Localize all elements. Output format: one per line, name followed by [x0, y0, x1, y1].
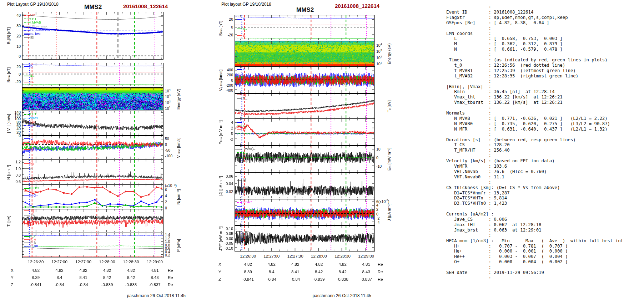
middle-footer-credit: paschmann 26-Oct-2018 11:45 [300, 293, 371, 298]
panel-bl-babs-ytick: 0 [5, 54, 21, 59]
ephemeris-unit: Re [378, 262, 383, 266]
legend-line-sample [24, 15, 30, 16]
panel-hpca-density-canvas [22, 185, 163, 208]
ephemeris-value: -0.841 [22, 283, 49, 287]
legend-label: t maxJ [243, 200, 252, 204]
info-line: VHT.Nmvab0 : 11.1 [446, 174, 504, 179]
panel-vi-mag [22, 111, 163, 136]
panel-density-canvas [22, 160, 163, 184]
panel-density-ytick: 1.2 [5, 160, 21, 164]
ephemeris-value: -0.839 [305, 277, 332, 281]
panel-e-lmn [235, 119, 375, 146]
panel-density-ylabel: N [cm⁻³] [6, 165, 11, 179]
legend-label: Vₗ [30, 137, 33, 141]
ephemeris-value: 4.81 [353, 262, 380, 266]
panel-jmag [235, 172, 375, 199]
panel-vi-mag-legend-item: t HT [24, 112, 36, 116]
panel-j-lmn-ylabel-right: J [µA m⁻²] [387, 203, 392, 221]
panel-vi-lmn-ylabel-right: Vᵢ ₗₘₙ [km/s] [176, 137, 181, 158]
ephemeris-value: 8.43 [141, 275, 168, 280]
legend-label: T∥ [30, 209, 34, 213]
panel-pressure-legend-item: P_tot [24, 244, 38, 248]
info-line: Bmin : 36.45 [nT] at 12:28:14 [446, 89, 555, 94]
time-tick-label: 12:29:00 [353, 254, 380, 258]
panel-vi-mag-ylabel: | Vᵢ | [km/s] [6, 114, 11, 133]
ephemeris-value: -0.84 [282, 277, 309, 281]
legend-line-sample [24, 30, 30, 31]
panel-hpca-density-scale-note: (x10⁻³) [165, 183, 177, 188]
time-tick-label: 12:26:30 [235, 254, 262, 258]
panel-ion-spectrogram [22, 87, 163, 111]
ephemeris-value: -0.838 [117, 283, 145, 287]
panel-bl-babs-canvas [22, 12, 163, 59]
ephemeris-unit: Re [168, 283, 173, 287]
panel-pressure [22, 233, 163, 258]
panel-vi-lmn [22, 136, 163, 160]
ephemeris-row-label: X [11, 268, 14, 273]
panel-jmag-legend-item: |J| [237, 178, 246, 182]
info-line: D2=TCS*VHTn : 9,814 [446, 195, 507, 200]
panel-hpca-density-ylabel-right: Nᵢ [cm⁻³] [176, 189, 181, 205]
legend-label: Bₙ [243, 34, 246, 37]
panel-ti-ylabel: Tᵢ [eV] [6, 215, 11, 227]
ephemeris-value: 8.39 [235, 270, 262, 274]
legend-line-sample [24, 236, 30, 237]
info-line: N MFR : [ 0.631, -0.640, 0.437 ] (L2/L1 … [446, 127, 608, 132]
legend-label: Bₗ [243, 17, 246, 21]
ephemeris-row-label: Z [11, 283, 13, 287]
ephemeris-value: -0.841 [235, 277, 262, 281]
legend-line-sample [237, 98, 242, 99]
info-line: H+ : 0.707 - 0.781 ( 0.707 ) [446, 244, 568, 249]
legend-line-sample [237, 69, 242, 70]
legend-label: Vₘ [30, 142, 35, 146]
info-line: Durations [s] : (between red, resp green… [446, 137, 576, 142]
panel-blmn-legend-item: Bₗ [237, 17, 246, 21]
info-line: : [446, 206, 491, 211]
panel-vi-mag-canvas [22, 111, 163, 135]
info-line: : [446, 180, 491, 185]
ephemeris-value: 8.42 [117, 275, 145, 280]
legend-label: t MVAB [30, 21, 41, 24]
ephemeris-value: -0.84 [46, 283, 73, 287]
time-tick-label: 12:28:30 [117, 260, 145, 264]
ephemeris-row-label: Y [11, 275, 14, 280]
legend-line-sample [24, 168, 30, 169]
panel-blmn-legend-item: Bₙ [237, 34, 246, 37]
ephemeris-row-label: Z [218, 277, 221, 281]
left-figure-title: MMS2 [84, 4, 102, 11]
info-line: : [446, 132, 491, 137]
legend-line-sample [237, 232, 242, 232]
legend-line-sample [237, 35, 242, 36]
left-footer-credit: paschmann 26-Oct-2018 11:45 [114, 293, 186, 298]
info-line: He++ : 0.003 - 0.007 ( 0.004 ) [446, 254, 568, 259]
legend-line-sample [24, 215, 30, 215]
panel-bl-babs-ytick: 40 [5, 13, 21, 17]
panel-bl-babs [22, 12, 163, 60]
ephemeris-value: 8.41 [70, 275, 97, 280]
panel-hpca-density-legend-item: N He+ [24, 186, 40, 190]
ephemeris-value: 8.4 [46, 275, 73, 280]
legend-label: J'*E' [243, 230, 249, 234]
panel-jdote-legend-item: J'*E' [237, 230, 249, 234]
ephemeris-value: 8.43 [353, 270, 380, 274]
panel-vi-lmn-canvas [22, 136, 163, 159]
time-tick-label: 12:29:00 [141, 260, 168, 264]
ephemeris-value: 8.42 [94, 275, 121, 280]
legend-line-sample [24, 125, 30, 126]
panel-electron-spectrogram-ylabel-right: Energy (eV) [387, 44, 391, 65]
panel-e-lmn-legend-item: Eₙ [237, 128, 246, 131]
panel-e-lmn-canvas [235, 119, 374, 145]
panel-j-lmn-legend-item: t maxJ [237, 200, 252, 204]
legend-line-sample [237, 206, 242, 207]
panel-vi-lmn-legend-item: Vₙ [24, 147, 34, 151]
panel-hpca-density-legend-item: N O+ [24, 194, 38, 197]
legend-line-sample [237, 149, 242, 149]
legend-label: N O+ [30, 194, 38, 197]
panel-jmag-canvas [235, 173, 374, 198]
legend-label: P_tot [30, 244, 38, 248]
legend-label: Bₗ [30, 65, 33, 68]
info-line: t_MVAB1 : 12:25:39 (leftmost green line) [446, 68, 576, 73]
panel-e-lmn-legend-item: Eₗ [237, 120, 246, 124]
legend-label: t cs [30, 13, 35, 17]
page: Plot Layout GP 19/10/2018 MMS2 20161008_… [0, 0, 644, 300]
